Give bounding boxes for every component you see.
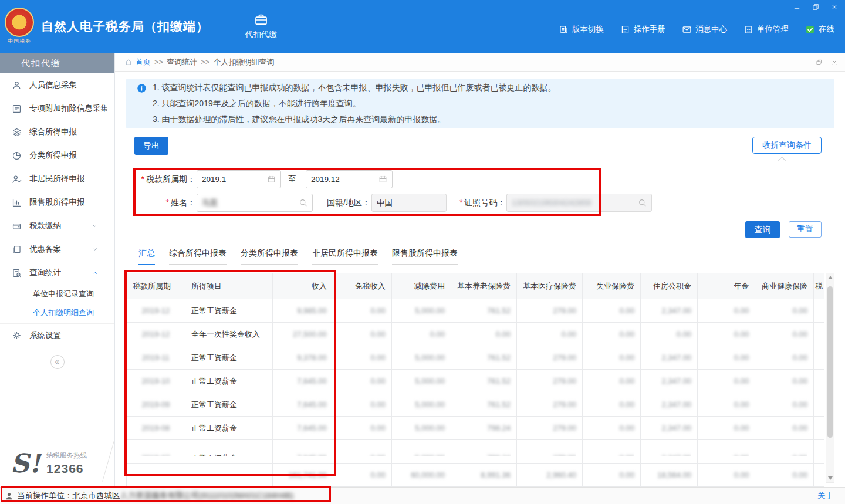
table-cell: 2019-07 [127,440,185,464]
table-cell: 正常工资薪金 [185,346,272,370]
table-cell [814,393,824,417]
tax-bureau-logo: 中国税务 [5,8,34,45]
sidebar-collapse-button[interactable]: « [50,355,65,369]
calendar-icon[interactable] [267,175,276,184]
panel-restore-icon[interactable] [816,59,823,66]
topbar-menu-item[interactable]: 消息中心 [682,24,727,35]
chart-icon [12,198,22,208]
table-cell: 正常工资薪金 [185,417,272,440]
tab-item[interactable]: 汇总 [138,248,155,265]
reset-button[interactable]: 重置 [789,221,822,238]
collapse-query-button[interactable]: 收折查询条件 [752,137,822,154]
topbar-menu-item[interactable]: 版本切换 [559,24,604,35]
search-icon[interactable] [299,198,307,207]
table-header-cell: 减除费用 [391,273,451,299]
period-end-input[interactable]: 2019.12 [306,170,393,188]
info-icon [137,83,147,93]
table-cell: 0.00 [333,417,391,440]
table-cell: 7,645.00 [273,417,333,440]
table-cell: 0.00 [755,323,814,346]
deduction-icon [12,104,22,114]
calendar-icon[interactable] [378,175,387,184]
module-tab-daikou[interactable]: 代扣代缴 [239,11,283,42]
search-button[interactable]: 查询 [745,221,780,238]
breadcrumb-separator: >> [201,57,209,66]
tab-item[interactable]: 分类所得申报表 [241,248,298,265]
table-cell: 279.00 [516,440,582,464]
table-row: 2019-08正常工资薪金7,645.000.005,000.00798.242… [127,417,824,440]
table-cell: 0.00 [391,323,451,346]
tab-item[interactable]: 非居民所得申报表 [312,248,378,265]
sidebar: 代扣代缴 人员信息采集专项附加扣除信息采集综合所得申报分类所得申报非居民所得申报… [0,53,115,487]
tab-item[interactable]: 综合所得申报表 [169,248,227,265]
sidebar-subitem[interactable]: 单位申报记录查询 [0,285,114,303]
table-cell: 5,000.00 [391,370,451,393]
table-cell: 0.00 [333,464,391,487]
search-icon[interactable] [638,198,647,207]
sidebar-item[interactable]: 查询统计 [0,261,114,285]
period-to-label: 至 [288,174,296,185]
topbar-menu-label: 消息中心 [695,24,727,35]
table-cell: 0.00 [755,417,814,440]
gear-icon [12,330,22,340]
export-button[interactable]: 导出 [134,137,168,155]
name-value: 马晨 [202,198,218,208]
period-start-input[interactable]: 2019.1 [197,170,281,188]
sidebar-item[interactable]: 非居民所得申报 [0,167,114,191]
table-cell: 0.00 [333,323,391,346]
sidebar-item[interactable]: 综合所得申报 [0,120,114,144]
breadcrumb: 首页 >> 查询统计 >> 个人扣缴明细查询 [115,53,845,72]
scroll-down-arrow-icon[interactable] [828,476,833,480]
tab-item[interactable]: 限售股所得申报表 [392,248,458,265]
panel-controls [816,59,838,66]
panel-close-icon[interactable] [831,59,838,66]
table-header-cell: 失业保险费 [582,273,640,299]
id-number-input[interactable]: 130502199304242859 [506,194,652,212]
window-controls [792,3,839,11]
table-cell: 0.00 [333,299,391,323]
table-cell: 7,645.00 [273,393,333,417]
vertical-scrollbar-thumb[interactable] [827,286,833,438]
table-cell: 0.00 [698,299,755,323]
table-header-cell: 所得项目 [185,273,272,299]
topbar-menu-item[interactable]: 操作手册 [620,24,665,35]
sidebar-item[interactable]: 优惠备案 [0,238,114,261]
name-input[interactable]: 马晨 [197,194,313,212]
table-cell: 2019-08 [127,417,185,440]
table-cell: 0.00 [755,464,814,487]
restore-icon[interactable] [811,3,820,11]
notice-line: 2. 只能查询2019年及之后的数据，不能进行跨年度查询。 [153,96,556,111]
sidebar-item[interactable]: 系统设置 [0,323,114,347]
minimize-icon[interactable] [792,3,802,11]
table-header-row: 税款所属期所得项目收入免税收入减除费用基本养老保险费基本医疗保险费失业保险费住房… [127,273,824,299]
breadcrumb-home-link[interactable]: 首页 [136,57,151,67]
sidebar-item[interactable]: 税款缴纳 [0,214,114,238]
sidebar-item[interactable]: 人员信息采集 [0,73,114,97]
app-window: 中国税务 自然人电子税务局（扣缴端） 代扣代缴 版本切换操作手册消息中心单位管理… [0,0,845,504]
result-table: 税款所属期所得项目收入免税收入减除费用基本养老保险费基本医疗保险费失业保险费住房… [126,273,824,487]
table-cell: 0.00 [516,323,582,346]
table-cell: 0.00 [698,370,755,393]
id-number-label: *证照号码： [459,198,505,208]
about-link[interactable]: 关于 [817,491,833,501]
vertical-scrollbar[interactable] [826,273,834,483]
table-cell: 279.00 [516,346,582,370]
sidebar-item[interactable]: 专项附加扣除信息采集 [0,97,114,120]
sidebar-item[interactable]: 限售股所得申报 [0,191,114,214]
scroll-up-arrow-icon[interactable] [828,276,833,279]
table-cell: 正常工资薪金 [185,299,272,323]
breadcrumb-separator: >> [154,57,163,66]
table-cell: 279.00 [516,299,582,323]
sidebar-item[interactable]: 分类所得申报 [0,144,114,167]
nationality-input[interactable]: 中国 [371,194,447,212]
query-form: *税款所属期： 2019.1 至 2019.12 *姓名： [126,170,834,212]
hotline-logo-icon: S! [11,451,40,476]
sidebar-header: 代扣代缴 [0,53,114,73]
close-icon[interactable] [830,3,839,11]
topbar-menu-label: 单位管理 [757,24,789,35]
pie-icon [12,151,22,161]
topbar-menu-item[interactable]: 在线 [805,24,834,35]
sidebar-subitem[interactable]: 个人扣缴明细查询 [0,303,114,322]
notice-line: 1. 该查询统计表仅能查询已申报成功的数据，不包含未申报、申报失败，已申报但已作… [153,80,556,96]
topbar-menu-item[interactable]: 单位管理 [743,24,789,35]
